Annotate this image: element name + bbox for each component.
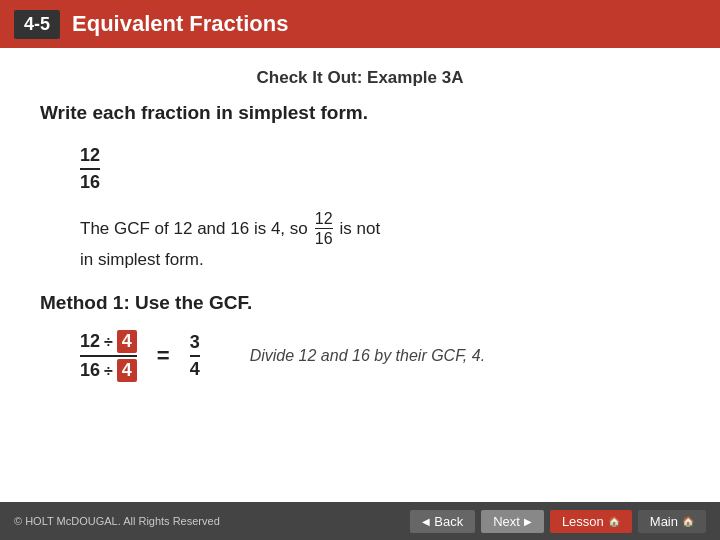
divided-fraction: 12 ÷ 4 16 ÷ 4	[80, 330, 137, 382]
next-button[interactable]: Next ▶	[481, 510, 544, 533]
method-title: Method 1: Use the GCF.	[40, 292, 680, 314]
next-label: Next	[493, 514, 520, 529]
footer: © HOLT McDOUGAL. All Rights Reserved ◀ B…	[0, 502, 720, 540]
divide-sign-bottom: ÷	[104, 362, 113, 380]
instruction: Write each fraction in simplest form.	[40, 102, 680, 124]
main-button[interactable]: Main 🏠	[638, 510, 706, 533]
fraction-numerator: 12	[80, 144, 100, 170]
gcf-inline-fraction: 12 16	[315, 209, 333, 248]
fraction-denominator: 16	[80, 170, 100, 194]
copyright-text: © HOLT McDOUGAL. All Rights Reserved	[14, 515, 220, 527]
divide-label: Divide 12 and 16 by their GCF, 4.	[250, 347, 485, 365]
main-home-icon: 🏠	[682, 516, 694, 527]
divide-sign-top: ÷	[104, 333, 113, 351]
lesson-button[interactable]: Lesson 🏠	[550, 510, 632, 533]
header-bar: 4-5 Equivalent Fractions	[0, 0, 720, 48]
lesson-home-icon: 🏠	[608, 516, 620, 527]
back-button[interactable]: ◀ Back	[410, 510, 475, 533]
divided-fraction-bottom: 16 ÷ 4	[80, 357, 137, 382]
lesson-label: Lesson	[562, 514, 604, 529]
main-label: Main	[650, 514, 678, 529]
gcf-text-after: is not	[340, 215, 381, 242]
divided-numerator: 12	[80, 331, 100, 352]
back-icon: ◀	[422, 516, 430, 527]
page-title: Equivalent Fractions	[72, 11, 288, 37]
divisor-bottom: 4	[117, 359, 137, 382]
gcf-inline-denominator: 16	[315, 229, 333, 248]
divided-denominator: 16	[80, 360, 100, 381]
section-badge: 4-5	[14, 10, 60, 39]
result-fraction: 3 4	[190, 332, 200, 380]
divided-fraction-top: 12 ÷ 4	[80, 330, 137, 357]
result-denominator: 4	[190, 357, 200, 380]
main-fraction: 12 16	[80, 144, 100, 195]
result-numerator: 3	[190, 332, 200, 357]
main-content: Check It Out: Example 3A Write each frac…	[0, 48, 720, 402]
method-row: 12 ÷ 4 16 ÷ 4 = 3 4 Divide 12 and 16 by …	[80, 330, 680, 382]
divisor-top: 4	[117, 330, 137, 353]
gcf-explanation: The GCF of 12 and 16 is 4, so 12 16 is n…	[80, 209, 680, 248]
back-label: Back	[434, 514, 463, 529]
equals-sign: =	[157, 343, 170, 369]
footer-nav: ◀ Back Next ▶ Lesson 🏠 Main 🏠	[410, 510, 706, 533]
gcf-inline-numerator: 12	[315, 209, 333, 229]
gcf-text-before: The GCF of 12 and 16 is 4, so	[80, 215, 308, 242]
next-icon: ▶	[524, 516, 532, 527]
subtitle: Check It Out: Example 3A	[40, 68, 680, 88]
gcf-text-line2: in simplest form.	[80, 250, 680, 270]
